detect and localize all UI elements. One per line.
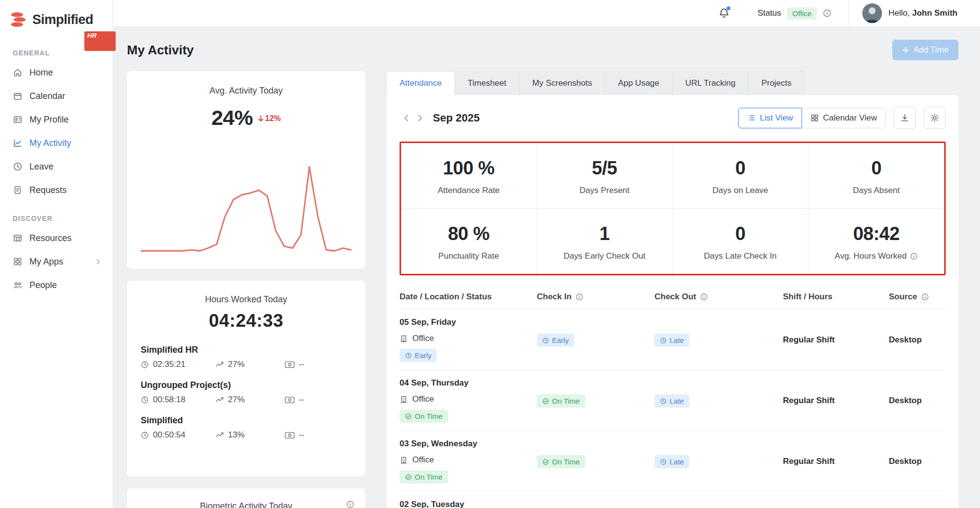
sidebar-item-label: My Apps: [29, 257, 63, 267]
status-badge[interactable]: Office: [787, 7, 817, 20]
info-icon[interactable]: [700, 293, 708, 301]
table-grid-icon: [13, 233, 23, 243]
money-icon: [285, 361, 295, 368]
table-row[interactable]: 05 Sep, Friday Office Early Early Late R…: [400, 309, 946, 370]
project-amount: --: [299, 395, 304, 405]
check-circle-icon: [405, 413, 412, 420]
sidebar-item-my-profile[interactable]: My Profile: [0, 108, 113, 131]
check-in-badge: On Time: [537, 394, 585, 408]
gear-icon: [930, 113, 939, 122]
clock-icon: [660, 398, 667, 405]
clock-icon: [542, 337, 549, 344]
brand-name: Simplified: [32, 12, 93, 27]
calendar-view-button[interactable]: Calendar View: [802, 108, 886, 128]
tab-attendance[interactable]: Attendance: [386, 71, 455, 95]
clock-icon: [660, 459, 667, 465]
month-label: Sep 2025: [433, 112, 479, 124]
clock-icon: [405, 352, 412, 359]
project-row: Ungrouped Project(s) 00:58:18 27% --: [141, 380, 352, 405]
brand-logo[interactable]: Simplified HR: [0, 10, 113, 44]
info-icon[interactable]: [910, 252, 918, 260]
table-row[interactable]: 04 Sep, Thursday Office On Time On Time …: [400, 370, 946, 431]
row-shift: Regular Shift: [783, 378, 889, 423]
stat-avg-hours-worked: 08:42 Avg. Hours Worked: [808, 209, 944, 274]
stat-punctuality-rate: 80 % Punctuality Rate: [401, 209, 537, 274]
table-header-row: Date / Location / Status Check In Check …: [400, 284, 946, 309]
building-icon: [400, 395, 408, 404]
project-amount: --: [299, 360, 304, 369]
avg-activity-card: Avg. Activity Today 24% 12%: [127, 71, 365, 269]
avg-activity-value: 24%: [211, 106, 253, 130]
sidebar-item-label: Leave: [29, 162, 53, 172]
sidebar-item-resources[interactable]: Resources: [0, 226, 113, 250]
sidebar-item-calendar[interactable]: Calendar: [0, 84, 113, 108]
sidebar-item-my-activity[interactable]: My Activity: [0, 131, 113, 155]
table-row[interactable]: 03 Sep, Wednesday Office On Time On Time…: [400, 431, 946, 491]
avatar[interactable]: [862, 3, 882, 23]
table-row[interactable]: 02 Sep, Tuesday: [400, 491, 946, 508]
notifications-button[interactable]: [718, 7, 730, 19]
tab-url-tracking[interactable]: URL Tracking: [672, 71, 749, 95]
apps-grid-icon: [13, 257, 23, 266]
row-source: Desktop: [889, 317, 946, 362]
status-badge: On Time: [400, 410, 448, 423]
sidebar-item-my-apps[interactable]: My Apps: [0, 250, 113, 273]
sidebar-section-discover: DISCOVER: [0, 210, 113, 226]
row-shift: Regular Shift: [783, 317, 889, 362]
trend-icon: [215, 395, 224, 404]
sidebar-item-label: My Activity: [29, 138, 71, 148]
project-name: Ungrouped Project(s): [141, 380, 352, 390]
tab-my-screenshots[interactable]: My Screenshots: [519, 71, 605, 95]
sidebar-item-requests[interactable]: Requests: [0, 178, 113, 202]
download-icon: [900, 113, 909, 122]
info-icon[interactable]: [921, 293, 929, 301]
list-view-button[interactable]: List View: [738, 108, 802, 128]
project-percent: 13%: [228, 430, 245, 440]
tab-timesheet[interactable]: Timesheet: [454, 71, 520, 95]
stat-days-present: 5/5 Days Present: [537, 143, 673, 209]
document-icon: [13, 185, 23, 195]
attendance-content: Sep 2025 List View Calendar View: [387, 95, 958, 508]
sidebar-item-people[interactable]: People: [0, 273, 113, 297]
status-badge: Early: [400, 349, 437, 362]
clock-icon: [141, 361, 149, 369]
check-out-badge: Late: [654, 455, 689, 468]
activity-sparkline: [141, 156, 352, 256]
user-menu[interactable]: Hello, John Smith: [862, 3, 957, 23]
activity-chart-icon: [13, 138, 23, 148]
project-percent: 27%: [228, 395, 245, 405]
building-icon: [400, 335, 408, 343]
calendar-icon: [13, 91, 23, 101]
settings-button[interactable]: [924, 107, 946, 129]
hours-worked-value: 04:24:33: [141, 311, 352, 331]
list-icon: [747, 114, 755, 122]
grid-icon: [810, 114, 819, 122]
plus-icon: [902, 47, 909, 54]
row-date: 05 Sep, Friday: [400, 317, 537, 327]
info-icon[interactable]: [346, 500, 354, 508]
sidebar-item-label: Requests: [29, 185, 67, 195]
status-info-icon[interactable]: [823, 9, 831, 18]
attendance-table: Date / Location / Status Check In Check …: [400, 284, 946, 508]
money-icon: [285, 432, 295, 439]
main-content: My Activity Add Time Avg. Activity Today…: [113, 27, 980, 508]
col-check-in: Check In: [537, 292, 654, 302]
next-month-button[interactable]: [413, 111, 427, 125]
download-button[interactable]: [894, 107, 916, 129]
row-location: Office: [412, 394, 434, 404]
hours-worked-card: Hours Worked Today 04:24:33 Simplified H…: [127, 281, 365, 477]
status-label: Status: [757, 8, 781, 18]
profile-card-icon: [13, 115, 23, 124]
tab-app-usage[interactable]: App Usage: [605, 71, 673, 95]
sidebar: Simplified HR GENERAL Home Calendar My P…: [0, 0, 113, 508]
sidebar-item-label: Home: [29, 68, 53, 78]
info-icon[interactable]: [576, 293, 583, 301]
summary-column: Avg. Activity Today 24% 12% Hours Worked…: [127, 71, 365, 508]
sidebar-item-leave[interactable]: Leave: [0, 155, 113, 178]
partial-card: Biometric Activity Today: [127, 488, 365, 508]
prev-month-button[interactable]: [400, 111, 413, 125]
sidebar-item-home[interactable]: Home: [0, 61, 113, 84]
tab-projects[interactable]: Projects: [748, 71, 804, 95]
add-time-button[interactable]: Add Time: [892, 40, 958, 60]
sidebar-item-label: Resources: [29, 233, 72, 243]
